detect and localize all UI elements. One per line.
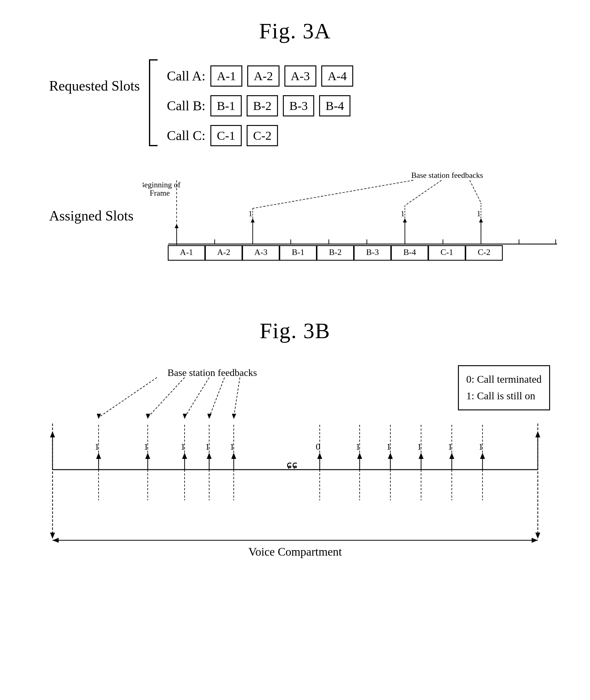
svg-marker-26	[403, 218, 407, 223]
svg-text:Voice Compartment: Voice Compartment	[248, 545, 342, 558]
svg-text:1: 1	[386, 441, 391, 452]
svg-marker-95	[232, 414, 236, 419]
call-a-row: Call A: A-1 A-2 A-3 A-4	[167, 66, 353, 87]
svg-text:A-3: A-3	[254, 247, 268, 257]
svg-text:0: 0	[316, 441, 320, 452]
svg-marker-61	[535, 431, 540, 437]
svg-marker-64	[532, 538, 538, 543]
svg-text:Base station feedbacks: Base station feedbacks	[411, 171, 483, 180]
svg-text:B-4: B-4	[403, 247, 416, 257]
svg-text:1: 1	[479, 441, 483, 452]
svg-text:1: 1	[95, 441, 99, 452]
assigned-slots-label: Assigned Slots	[49, 208, 133, 224]
svg-text:1: 1	[181, 441, 185, 452]
svg-marker-117	[480, 453, 485, 459]
fig3b-legend: 0: Call terminated 1: Call is still on	[458, 365, 550, 410]
svg-line-18	[253, 180, 413, 209]
legend-line1: 0: Call terminated	[466, 371, 542, 388]
fig3a-diagram-svg: Beginning of Frame	[143, 165, 566, 269]
svg-text:1: 1	[356, 441, 360, 452]
bracket-container: Call A: A-1 A-2 A-3 A-4 Call B: B-1 B-2 …	[149, 59, 353, 146]
svg-marker-105	[388, 453, 393, 459]
svg-marker-59	[535, 532, 540, 539]
call-c-row: Call C: C-1 C-2	[167, 125, 353, 146]
call-a-label: Call A:	[167, 68, 205, 84]
svg-marker-91	[231, 453, 236, 459]
svg-text:C-2: C-2	[478, 247, 490, 257]
slot-a4: A-4	[321, 66, 353, 87]
call-b-label: Call B:	[167, 98, 205, 114]
slot-c2: C-2	[247, 125, 278, 146]
svg-line-19	[405, 180, 441, 206]
svg-text:1: 1	[144, 441, 149, 452]
requested-slots-section: Requested Slots Call A: A-1 A-2 A-3 A-4 …	[49, 59, 566, 146]
calls-list: Call A: A-1 A-2 A-3 A-4 Call B: B-1 B-2 …	[167, 59, 353, 146]
section-separator	[24, 269, 566, 294]
svg-text:Base station feedbacks: Base station feedbacks	[167, 367, 257, 378]
slot-b3: B-3	[283, 95, 314, 116]
svg-text:B-3: B-3	[366, 247, 379, 257]
fig3a-title: Fig. 3A	[24, 18, 566, 44]
svg-marker-57	[50, 431, 55, 437]
svg-marker-79	[182, 453, 187, 459]
svg-text:1: 1	[205, 441, 210, 452]
svg-marker-63	[53, 538, 59, 543]
fig3b-title: Fig. 3B	[24, 318, 566, 344]
svg-marker-30	[479, 218, 483, 223]
svg-line-70	[99, 378, 157, 417]
svg-text:A-2: A-2	[217, 247, 230, 257]
svg-text:B-1: B-1	[292, 247, 304, 257]
legend-line2: 1: Call is still on	[466, 388, 542, 404]
svg-line-76	[148, 378, 185, 417]
svg-text:1: 1	[417, 441, 422, 452]
slot-b4: B-4	[319, 95, 351, 116]
svg-text:ɕɕ: ɕɕ	[287, 459, 298, 470]
slot-a1: A-1	[210, 66, 242, 87]
svg-marker-101	[357, 453, 362, 459]
slot-a2: A-2	[247, 66, 279, 87]
left-bracket	[149, 59, 158, 146]
svg-marker-4	[175, 224, 179, 228]
svg-marker-113	[449, 453, 454, 459]
svg-text:Beginning of: Beginning of	[143, 180, 181, 189]
svg-text:1: 1	[400, 209, 404, 218]
svg-marker-55	[50, 532, 55, 539]
svg-text:1: 1	[249, 209, 253, 218]
svg-text:1: 1	[477, 209, 481, 218]
svg-rect-5	[168, 243, 557, 244]
fig3b-container: 0: Call terminated 1: Call is still on B…	[34, 359, 556, 574]
svg-marker-85	[207, 453, 212, 459]
svg-line-88	[209, 378, 224, 417]
svg-text:1: 1	[230, 441, 234, 452]
svg-marker-67	[96, 453, 101, 459]
svg-line-20	[470, 180, 481, 203]
call-c-label: Call C:	[167, 128, 205, 143]
svg-text:Frame: Frame	[150, 189, 170, 198]
page: Fig. 3A Requested Slots Call A: A-1 A-2 …	[0, 0, 590, 700]
slot-b2: B-2	[247, 95, 278, 116]
svg-marker-73	[145, 453, 150, 459]
svg-marker-109	[419, 453, 423, 459]
svg-marker-71	[97, 414, 101, 419]
slot-a3: A-3	[284, 66, 316, 87]
slot-b1: B-1	[210, 95, 242, 116]
svg-text:C-1: C-1	[440, 247, 453, 257]
call-b-row: Call B: B-1 B-2 B-3 B-4	[167, 95, 353, 116]
svg-marker-83	[183, 414, 187, 419]
svg-text:1: 1	[448, 441, 453, 452]
requested-slots-label: Requested Slots	[49, 78, 140, 94]
assigned-inner: Assigned Slots Beginning of Frame	[49, 165, 566, 269]
assigned-slots-section: Assigned Slots Beginning of Frame	[49, 165, 566, 269]
svg-text:B-2: B-2	[329, 247, 341, 257]
svg-marker-89	[207, 414, 212, 419]
svg-line-94	[234, 378, 240, 417]
slot-c1: C-1	[210, 125, 242, 146]
svg-marker-77	[146, 414, 150, 419]
svg-line-82	[185, 378, 209, 417]
svg-marker-22	[251, 218, 255, 223]
svg-text:A-1: A-1	[180, 247, 193, 257]
svg-marker-97	[317, 453, 322, 459]
assigned-right: Beginning of Frame	[143, 165, 566, 269]
